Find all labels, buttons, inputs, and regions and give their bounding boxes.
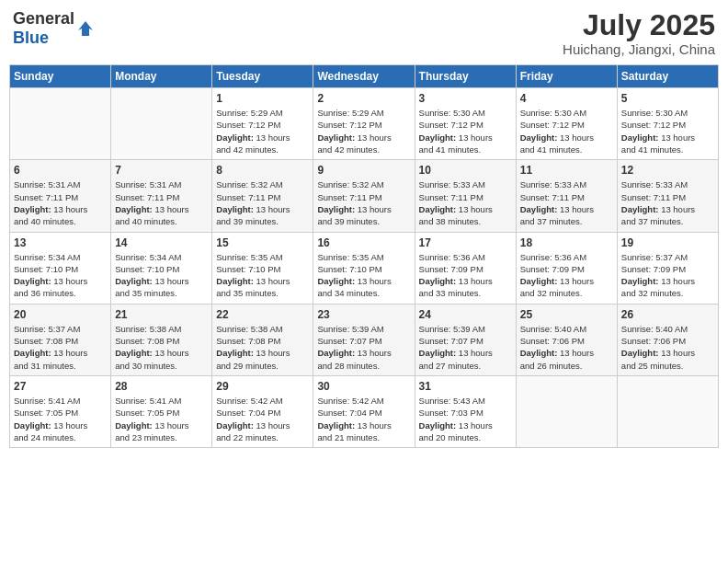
day-info: Sunrise: 5:38 AMSunset: 7:08 PMDaylight:… [115,323,208,372]
day-number: 5 [621,92,714,105]
calendar-cell: 14Sunrise: 5:34 AMSunset: 7:10 PMDayligh… [111,232,212,304]
day-number: 12 [621,164,714,177]
day-info: Sunrise: 5:36 AMSunset: 7:09 PMDaylight:… [520,251,613,300]
day-info: Sunrise: 5:34 AMSunset: 7:10 PMDaylight:… [115,251,208,300]
calendar-cell: 10Sunrise: 5:33 AMSunset: 7:11 PMDayligh… [415,160,516,232]
calendar-cell: 3Sunrise: 5:30 AMSunset: 7:12 PMDaylight… [415,88,516,160]
day-number: 23 [317,308,410,321]
weekday-header-wednesday: Wednesday [313,65,415,88]
day-number: 16 [317,236,410,249]
day-info: Sunrise: 5:35 AMSunset: 7:10 PMDaylight:… [216,251,309,300]
day-number: 9 [317,164,410,177]
weekday-header-tuesday: Tuesday [212,65,313,88]
day-info: Sunrise: 5:30 AMSunset: 7:12 PMDaylight:… [621,107,714,155]
day-info: Sunrise: 5:32 AMSunset: 7:11 PMDaylight:… [317,178,410,227]
day-info: Sunrise: 5:33 AMSunset: 7:11 PMDaylight:… [621,178,714,227]
day-info: Sunrise: 5:37 AMSunset: 7:08 PMDaylight:… [14,323,107,372]
calendar-week-row: 1Sunrise: 5:29 AMSunset: 7:12 PMDaylight… [10,88,719,160]
day-number: 29 [216,380,309,393]
day-info: Sunrise: 5:37 AMSunset: 7:09 PMDaylight:… [621,251,714,300]
calendar-cell: 25Sunrise: 5:40 AMSunset: 7:06 PMDayligh… [516,304,617,375]
calendar-cell: 8Sunrise: 5:32 AMSunset: 7:11 PMDaylight… [212,160,313,232]
day-info: Sunrise: 5:40 AMSunset: 7:06 PMDaylight:… [621,323,714,372]
day-info: Sunrise: 5:43 AMSunset: 7:03 PMDaylight:… [419,395,512,443]
day-number: 22 [216,308,309,321]
day-info: Sunrise: 5:34 AMSunset: 7:10 PMDaylight:… [14,251,107,300]
day-info: Sunrise: 5:42 AMSunset: 7:04 PMDaylight:… [317,395,410,443]
day-number: 4 [520,92,613,105]
calendar-week-row: 6Sunrise: 5:31 AMSunset: 7:11 PMDaylight… [10,160,719,232]
calendar-cell [111,88,212,160]
day-number: 25 [520,308,613,321]
calendar-cell: 23Sunrise: 5:39 AMSunset: 7:07 PMDayligh… [313,304,415,375]
calendar-cell: 28Sunrise: 5:41 AMSunset: 7:05 PMDayligh… [111,375,212,447]
day-info: Sunrise: 5:36 AMSunset: 7:09 PMDaylight:… [419,251,512,300]
day-number: 3 [419,92,512,105]
calendar-cell: 31Sunrise: 5:43 AMSunset: 7:03 PMDayligh… [415,375,516,447]
calendar-cell: 11Sunrise: 5:33 AMSunset: 7:11 PMDayligh… [516,160,617,232]
calendar-cell: 29Sunrise: 5:42 AMSunset: 7:04 PMDayligh… [212,375,313,447]
day-info: Sunrise: 5:39 AMSunset: 7:07 PMDaylight:… [317,323,410,372]
day-info: Sunrise: 5:41 AMSunset: 7:05 PMDaylight:… [14,395,107,443]
day-number: 15 [216,236,309,249]
calendar-cell: 19Sunrise: 5:37 AMSunset: 7:09 PMDayligh… [617,232,718,304]
day-number: 13 [14,236,107,249]
weekday-header-saturday: Saturday [617,65,718,88]
day-number: 31 [419,380,512,393]
day-number: 24 [419,308,512,321]
calendar-cell: 27Sunrise: 5:41 AMSunset: 7:05 PMDayligh… [10,375,111,447]
logo-icon [76,19,95,38]
calendar-cell: 1Sunrise: 5:29 AMSunset: 7:12 PMDaylight… [212,88,313,160]
svg-marker-0 [78,21,93,36]
calendar-cell [10,88,111,160]
logo-text: General Blue [13,9,74,48]
day-number: 20 [14,308,107,321]
day-number: 10 [419,164,512,177]
calendar-cell: 5Sunrise: 5:30 AMSunset: 7:12 PMDaylight… [617,88,718,160]
weekday-header-row: SundayMondayTuesdayWednesdayThursdayFrid… [10,65,719,88]
calendar-cell: 6Sunrise: 5:31 AMSunset: 7:11 PMDaylight… [10,160,111,232]
weekday-header-friday: Friday [516,65,617,88]
day-number: 11 [520,164,613,177]
day-info: Sunrise: 5:35 AMSunset: 7:10 PMDaylight:… [317,251,410,300]
calendar-week-row: 20Sunrise: 5:37 AMSunset: 7:08 PMDayligh… [10,304,719,375]
day-number: 2 [317,92,410,105]
title-block: July 2025 Huichang, Jiangxi, China [563,9,715,57]
day-number: 6 [14,164,107,177]
calendar-week-row: 13Sunrise: 5:34 AMSunset: 7:10 PMDayligh… [10,232,719,304]
day-info: Sunrise: 5:38 AMSunset: 7:08 PMDaylight:… [216,323,309,372]
calendar-cell: 20Sunrise: 5:37 AMSunset: 7:08 PMDayligh… [10,304,111,375]
weekday-header-sunday: Sunday [10,65,111,88]
calendar-cell: 26Sunrise: 5:40 AMSunset: 7:06 PMDayligh… [617,304,718,375]
page-header: General Blue July 2025 Huichang, Jiangxi… [9,9,719,57]
calendar-cell: 9Sunrise: 5:32 AMSunset: 7:11 PMDaylight… [313,160,415,232]
day-number: 18 [520,236,613,249]
logo: General Blue [13,9,95,48]
weekday-header-monday: Monday [111,65,212,88]
calendar-cell: 30Sunrise: 5:42 AMSunset: 7:04 PMDayligh… [313,375,415,447]
calendar-cell: 13Sunrise: 5:34 AMSunset: 7:10 PMDayligh… [10,232,111,304]
weekday-header-thursday: Thursday [415,65,516,88]
day-number: 19 [621,236,714,249]
day-info: Sunrise: 5:33 AMSunset: 7:11 PMDaylight:… [520,178,613,227]
calendar-cell: 4Sunrise: 5:30 AMSunset: 7:12 PMDaylight… [516,88,617,160]
calendar-cell: 21Sunrise: 5:38 AMSunset: 7:08 PMDayligh… [111,304,212,375]
calendar-cell: 24Sunrise: 5:39 AMSunset: 7:07 PMDayligh… [415,304,516,375]
calendar-cell: 2Sunrise: 5:29 AMSunset: 7:12 PMDaylight… [313,88,415,160]
day-info: Sunrise: 5:40 AMSunset: 7:06 PMDaylight:… [520,323,613,372]
calendar-cell [617,375,718,447]
day-number: 14 [115,236,208,249]
calendar-cell [516,375,617,447]
calendar-cell: 15Sunrise: 5:35 AMSunset: 7:10 PMDayligh… [212,232,313,304]
calendar-cell: 7Sunrise: 5:31 AMSunset: 7:11 PMDaylight… [111,160,212,232]
calendar-cell: 18Sunrise: 5:36 AMSunset: 7:09 PMDayligh… [516,232,617,304]
logo-blue: Blue [13,29,49,47]
day-number: 26 [621,308,714,321]
day-info: Sunrise: 5:42 AMSunset: 7:04 PMDaylight:… [216,395,309,443]
day-number: 30 [317,380,410,393]
day-number: 1 [216,92,309,105]
day-info: Sunrise: 5:30 AMSunset: 7:12 PMDaylight:… [419,107,512,155]
day-info: Sunrise: 5:29 AMSunset: 7:12 PMDaylight:… [317,107,410,155]
day-number: 21 [115,308,208,321]
day-info: Sunrise: 5:41 AMSunset: 7:05 PMDaylight:… [115,395,208,443]
